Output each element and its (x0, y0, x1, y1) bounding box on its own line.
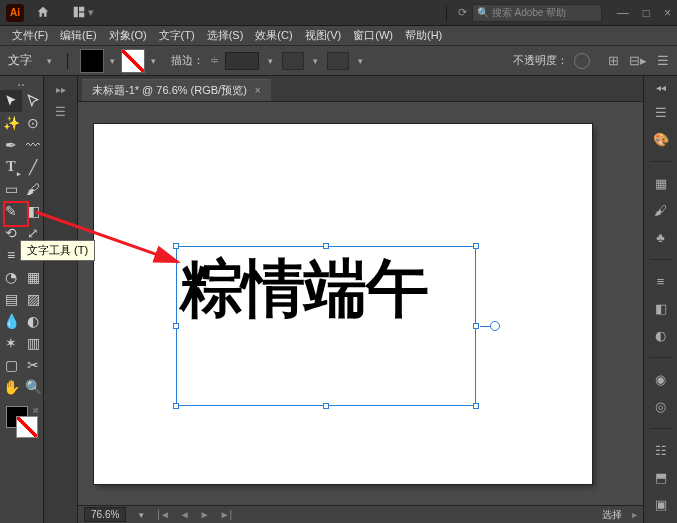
menu-window[interactable]: 窗口(W) (349, 28, 397, 43)
search-input[interactable]: 🔍 搜索 Adobe 帮助 (472, 4, 602, 22)
rectangle-tool[interactable]: ▭ (0, 178, 22, 200)
rotate-tool[interactable]: ⟲ (0, 222, 22, 244)
gradient-tool[interactable]: ▨ (22, 288, 44, 310)
canvas[interactable]: 粽情端午 (78, 102, 643, 505)
document-tab[interactable]: 未标题-1* @ 76.6% (RGB/预览) × (82, 79, 271, 101)
slice-tool[interactable]: ✂ (22, 354, 44, 376)
zoom-level[interactable]: 76.6% (84, 507, 126, 522)
rotation-handle[interactable] (490, 321, 500, 331)
menu-help[interactable]: 帮助(H) (401, 28, 446, 43)
menu-type[interactable]: 文字(T) (155, 28, 199, 43)
close-tab-icon[interactable]: × (255, 85, 261, 96)
dropdown-icon[interactable]: ▾ (151, 56, 156, 66)
opacity-dial[interactable] (574, 53, 590, 69)
perspective-tool[interactable]: ▦ (22, 266, 44, 288)
toolbox-grip[interactable]: •• (0, 80, 43, 90)
arrange-docs-icon[interactable] (72, 5, 86, 21)
color-panel-icon[interactable]: 🎨 (653, 132, 669, 147)
expand-dock-icon[interactable]: ▸▸ (56, 84, 66, 95)
shape-builder-tool[interactable]: ◔ (0, 266, 22, 288)
panel-toggle-icon-3[interactable]: ☰ (657, 53, 669, 68)
resize-handle[interactable] (173, 323, 179, 329)
line-tool[interactable]: ╱ (22, 156, 44, 178)
eyedropper-tool[interactable]: 💧 (0, 310, 22, 332)
fill-stroke-swatches[interactable]: ⤭ (0, 404, 43, 446)
gradient-panel-icon[interactable]: ◧ (655, 301, 667, 316)
resize-handle[interactable] (323, 243, 329, 249)
menu-object[interactable]: 对象(O) (105, 28, 151, 43)
sync-icon[interactable]: ⟳ (458, 6, 467, 19)
brush-def-control[interactable] (282, 52, 304, 70)
resize-handle[interactable] (473, 403, 479, 409)
resize-handle[interactable] (473, 323, 479, 329)
menu-edit[interactable]: 编辑(E) (56, 28, 101, 43)
blend-tool[interactable]: ◐ (22, 310, 44, 332)
collapse-dock-icon[interactable]: ◂◂ (656, 82, 666, 93)
symbol-sprayer-tool[interactable]: ✶ (0, 332, 22, 354)
nav-last-icon[interactable]: ►| (220, 509, 233, 520)
dropdown-icon[interactable]: ▾ (88, 6, 94, 19)
close-button[interactable]: × (664, 6, 671, 20)
dropdown-icon[interactable]: ▾ (47, 56, 52, 66)
transparency-panel-icon[interactable]: ◐ (655, 328, 666, 343)
dropdown-icon[interactable]: ▾ (110, 56, 115, 66)
stroke-swatch[interactable] (121, 49, 145, 73)
paintbrush-tool[interactable]: 🖌 (22, 178, 44, 200)
menu-file[interactable]: 文件(F) (8, 28, 52, 43)
text-frame-selection[interactable]: 粽情端午 (176, 246, 476, 406)
resize-handle[interactable] (323, 403, 329, 409)
appearance-panel-icon[interactable]: ◉ (655, 372, 666, 387)
lasso-tool[interactable]: ⊙ (22, 112, 44, 134)
nav-first-icon[interactable]: |◄ (157, 509, 170, 520)
stroke-weight-input[interactable] (225, 52, 259, 70)
type-tool[interactable]: T▸ (0, 156, 22, 178)
resize-handle[interactable] (173, 243, 179, 249)
stepper-icon[interactable]: ≑ (210, 54, 219, 67)
hand-tool[interactable]: ✋ (0, 376, 22, 398)
mesh-tool[interactable]: ▤ (0, 288, 22, 310)
menu-view[interactable]: 视图(V) (301, 28, 346, 43)
shaper-tool[interactable]: ✎ (0, 200, 22, 222)
selection-tool[interactable] (0, 90, 22, 112)
artboard[interactable]: 粽情端午 (94, 124, 592, 484)
resize-handle[interactable] (473, 243, 479, 249)
width-tool[interactable]: ≡ (0, 244, 22, 266)
dropdown-icon[interactable]: ▾ (268, 56, 273, 66)
stroke-panel-icon[interactable]: ≡ (657, 274, 665, 289)
layers-panel-icon[interactable]: ☷ (655, 443, 667, 458)
asset-export-panel-icon[interactable]: ⬒ (655, 470, 667, 485)
dropdown-icon[interactable]: ▾ (313, 56, 318, 66)
menu-select[interactable]: 选择(S) (203, 28, 248, 43)
home-icon[interactable] (36, 5, 50, 21)
status-menu-icon[interactable]: ▸ (632, 509, 637, 520)
artboard-tool[interactable]: ▢ (0, 354, 22, 376)
dropdown-icon[interactable]: ▾ (358, 56, 363, 66)
fill-swatch[interactable] (80, 49, 104, 73)
swatches-panel-icon[interactable]: ▦ (655, 176, 667, 191)
direct-selection-tool[interactable] (22, 90, 44, 112)
stroke-color-swatch[interactable] (16, 416, 38, 438)
maximize-button[interactable]: □ (643, 6, 650, 20)
symbols-panel-icon[interactable]: ♣ (656, 230, 665, 245)
graphic-styles-panel-icon[interactable]: ◎ (655, 399, 666, 414)
graph-tool[interactable]: ▥ (22, 332, 44, 354)
nav-next-icon[interactable]: ► (200, 509, 210, 520)
panel-icon[interactable]: ☰ (55, 105, 66, 119)
artboards-panel-icon[interactable]: ▣ (655, 497, 667, 512)
pen-tool[interactable]: ✒ (0, 134, 22, 156)
swap-fill-stroke-icon[interactable]: ⤭ (32, 406, 39, 415)
dropdown-icon[interactable]: ▾ (139, 510, 144, 520)
eraser-tool[interactable]: ◧ (22, 200, 44, 222)
var-width-control[interactable] (327, 52, 349, 70)
curvature-tool[interactable]: 〰 (22, 134, 44, 156)
brushes-panel-icon[interactable]: 🖌 (654, 203, 667, 218)
panel-toggle-icon-2[interactable]: ⊟▸ (629, 53, 647, 68)
properties-panel-icon[interactable]: ☰ (655, 105, 667, 120)
nav-prev-icon[interactable]: ◄ (180, 509, 190, 520)
magic-wand-tool[interactable]: ✨ (0, 112, 22, 134)
resize-handle[interactable] (173, 403, 179, 409)
panel-toggle-icon-1[interactable]: ⊞ (608, 53, 619, 68)
menu-effect[interactable]: 效果(C) (251, 28, 296, 43)
zoom-tool[interactable]: 🔍 (22, 376, 44, 398)
minimize-button[interactable]: — (617, 6, 629, 20)
